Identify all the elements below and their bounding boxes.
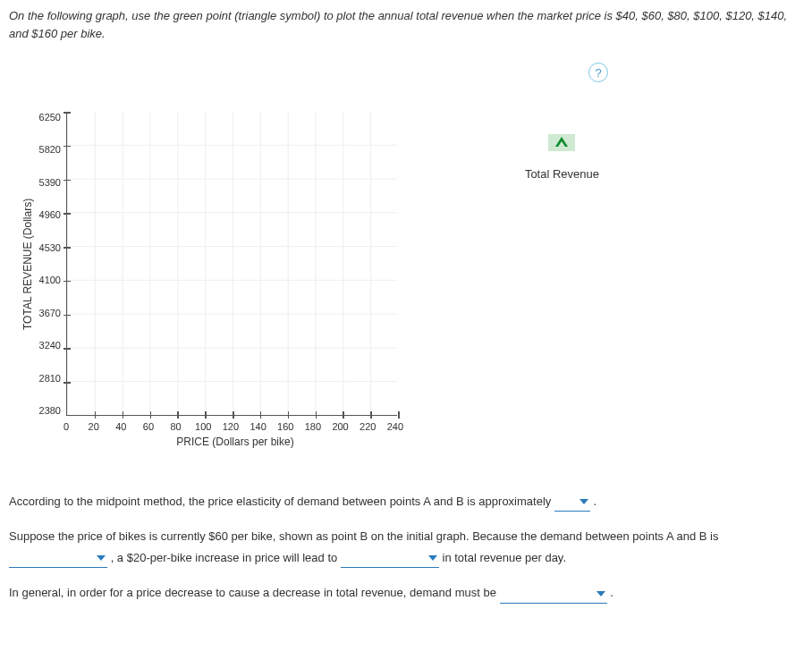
revenue-direction-dropdown[interactable] xyxy=(341,552,439,568)
x-tick: 160 xyxy=(276,421,294,432)
x-tick: 140 xyxy=(250,421,267,432)
q1-text: According to the midpoint method, the pr… xyxy=(9,495,554,508)
y-tick: 5390 xyxy=(34,177,61,188)
x-tick: 0 xyxy=(57,421,75,432)
y-tick: 2380 xyxy=(34,405,61,416)
general-demand-dropdown[interactable] xyxy=(500,588,607,604)
y-axis-label: TOTAL REVENUE (Dollars) xyxy=(18,112,34,416)
x-tick: 20 xyxy=(85,421,103,432)
question-elasticity: According to the midpoint method, the pr… xyxy=(0,484,812,519)
y-tick: 5820 xyxy=(34,144,61,155)
chevron-down-icon xyxy=(428,555,437,561)
demand-type-dropdown[interactable] xyxy=(9,552,107,568)
x-tick: 40 xyxy=(112,421,130,432)
chart-container: ? Total Revenue TOTAL REVENUE (Dollars) … xyxy=(9,58,635,457)
q2-text2: , a $20-per-bike increase in price will … xyxy=(111,551,341,564)
q2-text1: Suppose the price of bikes is currently … xyxy=(9,529,719,543)
q3-suffix: . xyxy=(610,586,613,599)
x-tick: 200 xyxy=(332,421,350,432)
q3-text: In general, in order for a price decreas… xyxy=(9,586,500,599)
x-tick: 100 xyxy=(194,421,212,432)
chevron-down-icon xyxy=(596,591,605,597)
y-tick: 4530 xyxy=(34,242,61,253)
x-axis-label: PRICE (Dollars per bike) xyxy=(70,432,401,448)
y-axis-ticks: 6250 5820 5390 4960 4530 4100 3670 3240 … xyxy=(34,112,66,416)
question-general: In general, in order for a price decreas… xyxy=(0,575,812,610)
x-tick: 80 xyxy=(167,421,185,432)
x-tick: 120 xyxy=(222,421,240,432)
q1-suffix: . xyxy=(594,495,597,508)
y-tick: 3240 xyxy=(34,340,61,351)
x-tick: 220 xyxy=(359,421,376,432)
y-tick: 3670 xyxy=(34,308,61,318)
y-tick: 6250 xyxy=(34,112,61,123)
y-tick: 4960 xyxy=(34,209,61,220)
help-icon[interactable]: ? xyxy=(588,63,608,82)
x-tick: 180 xyxy=(304,421,322,432)
chart-plot-area[interactable] xyxy=(66,112,397,416)
q2-suffix: in total revenue per day. xyxy=(443,551,567,564)
chevron-down-icon xyxy=(97,555,106,561)
x-axis-ticks: 0 20 40 60 80 100 120 140 160 180 200 22… xyxy=(66,416,404,432)
question-instruction: On the following graph, use the green po… xyxy=(0,0,812,49)
x-tick: 60 xyxy=(140,421,157,432)
chevron-down-icon xyxy=(579,499,588,504)
y-tick: 4100 xyxy=(34,275,61,285)
y-tick: 2810 xyxy=(34,373,61,384)
question-revenue-change: Suppose the price of bikes is currently … xyxy=(0,519,812,575)
elasticity-dropdown[interactable] xyxy=(554,495,590,512)
x-tick: 240 xyxy=(386,421,404,432)
